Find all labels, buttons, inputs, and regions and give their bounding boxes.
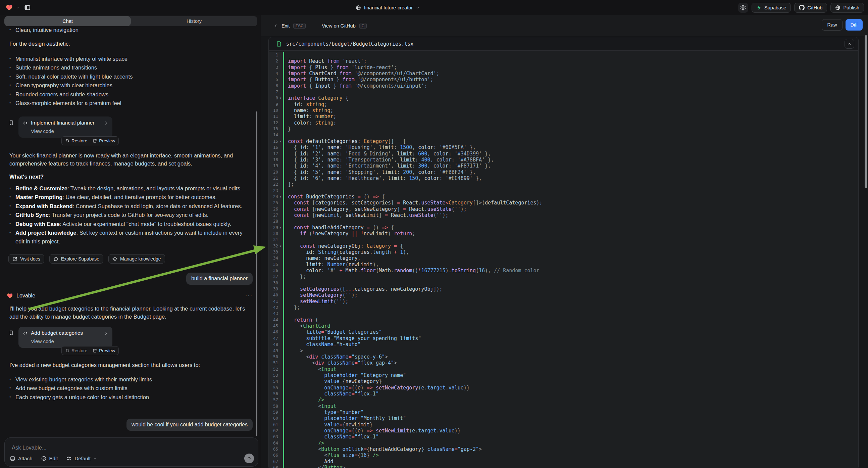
chat-input[interactable]: Ask Lovable... xyxy=(12,444,46,451)
code-text: name: string; xyxy=(284,108,333,114)
fold-marker: ▾ xyxy=(278,243,283,249)
code-line: 10 name: string; xyxy=(269,108,858,114)
github-label: GitHub xyxy=(807,5,823,10)
tool-card[interactable]: Implement financial plannerView code xyxy=(19,117,113,138)
line-number: 32 xyxy=(269,243,278,249)
fold-marker xyxy=(278,218,283,224)
code-toolbar: Exit ESC View on GitHub G Raw Diff xyxy=(261,15,868,36)
github-icon: /> xyxy=(799,5,805,10)
line-number: 41 xyxy=(269,298,278,304)
code-line: 21 { id: '6', name: 'Healthcare', limit:… xyxy=(269,175,858,181)
line-number: 64 xyxy=(269,440,278,446)
line-number: 52 xyxy=(269,366,278,372)
exit-button[interactable]: Exit xyxy=(281,23,289,29)
button-label: Explore Supabase xyxy=(61,256,99,262)
publish-label: Publish xyxy=(843,5,859,10)
chat-scroll-area: •Clean, intuitive navigationFor the desi… xyxy=(0,0,261,468)
line-number: 26 xyxy=(269,206,278,212)
fold-marker xyxy=(278,77,283,83)
code-line: 41 setNewLimit(''); xyxy=(269,298,858,304)
view-code-link[interactable]: View code xyxy=(31,339,108,344)
code-line: 17 { id: '2', name: 'Food & Dining', lim… xyxy=(269,151,858,157)
lovable-heart-icon[interactable] xyxy=(5,4,13,11)
bullet-dot: • xyxy=(9,72,16,81)
restore-button[interactable]: Restore xyxy=(65,348,87,353)
code-panel-scrollbar[interactable] xyxy=(865,35,867,188)
message-menu-button[interactable]: ··· xyxy=(245,293,253,299)
code-line: 62 onChange={(e) => setNewLimit(e.target… xyxy=(269,428,858,434)
github-button[interactable]: /> GitHub xyxy=(794,3,827,13)
fold-marker xyxy=(278,372,283,378)
edit-button[interactable]: Edit xyxy=(41,456,58,461)
publish-button[interactable]: Publish xyxy=(830,3,864,13)
code-line: 44 return ( xyxy=(269,317,858,323)
list-item-text: Debug with Ease: Activate our experiment… xyxy=(16,220,231,228)
code-line: 46 title="Budget Categories" xyxy=(269,329,858,335)
assistant-header: Lovable··· xyxy=(7,293,253,299)
collapse-file-button[interactable] xyxy=(844,39,854,49)
list-item-text: Add project knowledge: Set key context o… xyxy=(16,228,253,246)
code-text: { id: '2', name: 'Food & Dining', limit:… xyxy=(284,151,491,157)
code-text: /> xyxy=(284,440,324,446)
list-item-text: GitHub Sync: Transfer your project's cod… xyxy=(16,210,208,219)
chevron-left-icon[interactable] xyxy=(274,24,278,28)
view-on-github-button[interactable]: View on GitHub xyxy=(322,23,355,29)
line-number: 28 xyxy=(269,218,278,224)
diff-button[interactable]: Diff xyxy=(845,19,863,31)
fold-marker xyxy=(278,212,283,218)
raw-button[interactable]: Raw xyxy=(822,19,842,31)
code-line: 61 value={newLimit} xyxy=(269,422,858,428)
line-number: 65 xyxy=(269,446,278,452)
code-line: 63 className="flex-1" xyxy=(269,434,858,440)
visit-docs-button[interactable]: Visit docs xyxy=(8,254,44,264)
send-button[interactable] xyxy=(244,454,254,463)
assistant-paragraph: I'll help you add budget categories to t… xyxy=(9,305,253,321)
code-text: className="flex-1" xyxy=(284,391,379,397)
code-line: 66 <Plus size={16} /> xyxy=(269,452,858,458)
attach-button[interactable]: Attach xyxy=(10,456,33,461)
preview-button[interactable]: Preview xyxy=(93,138,115,143)
button-label: Visit docs xyxy=(20,256,40,262)
project-switcher[interactable]: financial-future-creator xyxy=(355,0,420,15)
code-text: import { Plus } from 'lucide-react'; xyxy=(284,64,397,70)
supabase-button[interactable]: Supabase xyxy=(751,3,791,13)
code-line: 45 <ChartCard xyxy=(269,323,858,329)
fold-marker xyxy=(278,335,283,342)
chat-scrollbar[interactable] xyxy=(256,112,257,436)
view-code-link[interactable]: View code xyxy=(31,128,108,134)
code-line: 24▾const BudgetCategories = () => { xyxy=(269,194,858,200)
line-number: 7 xyxy=(269,89,278,95)
code-line: 32▾ const newCategoryObj: Category = { xyxy=(269,243,858,249)
fold-marker xyxy=(278,428,283,434)
code-line: 12 color: string; xyxy=(269,120,858,126)
line-number: 10 xyxy=(269,108,278,114)
code-line: 58 <Input xyxy=(269,403,858,409)
line-number: 48 xyxy=(269,342,278,348)
code-text: }; xyxy=(284,273,306,280)
restore-button[interactable]: Restore xyxy=(65,138,87,143)
chevron-down-icon xyxy=(416,6,420,10)
toggle-sidebar-button[interactable] xyxy=(22,3,32,13)
line-number: 9 xyxy=(269,101,278,108)
file-header[interactable]: src/components/budget/BudgetCategories.t… xyxy=(269,37,858,51)
fold-marker xyxy=(278,452,283,458)
chevron-down-icon[interactable] xyxy=(16,6,20,9)
line-number: 36 xyxy=(269,268,278,273)
fold-marker xyxy=(278,114,283,119)
explore-supabase-button[interactable]: Explore Supabase xyxy=(49,254,103,264)
fold-marker: ▾ xyxy=(278,95,283,101)
manage-knowledge-button[interactable]: Manage knowledge xyxy=(108,254,165,264)
code-line: 25 const [categories, setCategories] = R… xyxy=(269,200,858,206)
preview-button[interactable]: Preview xyxy=(93,348,115,353)
model-select[interactable]: Default xyxy=(66,456,97,461)
fold-marker xyxy=(278,237,283,243)
line-number: 37 xyxy=(269,273,278,280)
code-line: 6import { Input } from '@/components/ui/… xyxy=(269,83,858,89)
code-text: className="h-auto" xyxy=(284,342,361,348)
line-number: 4 xyxy=(269,70,278,77)
bookmark-icon-wrap[interactable] xyxy=(8,120,14,127)
settings-button[interactable] xyxy=(738,3,748,13)
bookmark-icon-wrap[interactable] xyxy=(8,330,14,337)
tool-card[interactable]: Add budget categoriesView code xyxy=(19,327,113,348)
line-number: 33 xyxy=(269,249,278,255)
